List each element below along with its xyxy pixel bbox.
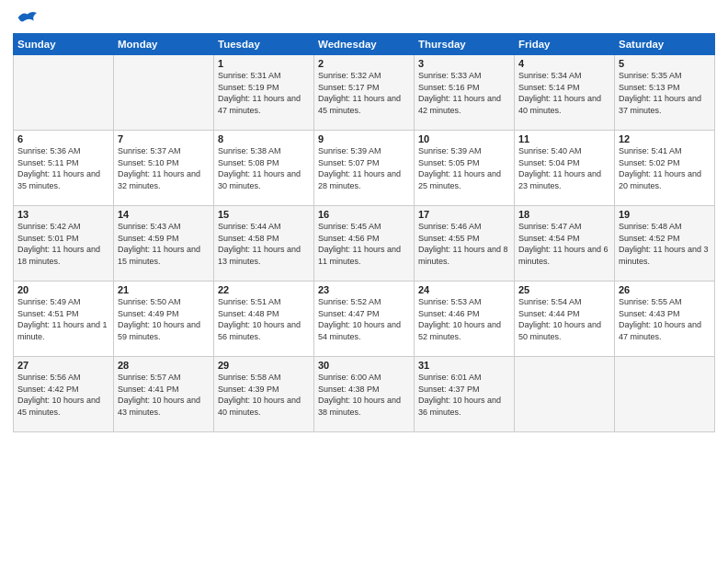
day-cell: 23Sunrise: 5:52 AM Sunset: 4:47 PM Dayli…	[314, 282, 415, 357]
day-info: Sunrise: 5:36 AM Sunset: 5:11 PM Dayligh…	[17, 145, 109, 191]
day-cell: 3Sunrise: 5:33 AM Sunset: 5:16 PM Daylig…	[415, 55, 515, 131]
day-info: Sunrise: 5:42 AM Sunset: 5:01 PM Dayligh…	[17, 221, 109, 267]
day-info: Sunrise: 5:38 AM Sunset: 5:08 PM Dayligh…	[218, 145, 310, 191]
day-info: Sunrise: 5:49 AM Sunset: 4:51 PM Dayligh…	[17, 296, 109, 342]
day-info: Sunrise: 5:45 AM Sunset: 4:56 PM Dayligh…	[318, 221, 410, 267]
day-number: 19	[619, 209, 711, 220]
day-cell: 7Sunrise: 5:37 AM Sunset: 5:10 PM Daylig…	[114, 131, 214, 206]
day-info: Sunrise: 5:33 AM Sunset: 5:16 PM Dayligh…	[418, 70, 510, 116]
day-number: 22	[218, 284, 310, 295]
header	[13, 9, 715, 26]
day-number: 29	[218, 360, 310, 371]
day-info: Sunrise: 5:39 AM Sunset: 5:05 PM Dayligh…	[418, 145, 510, 191]
day-cell: 2Sunrise: 5:32 AM Sunset: 5:17 PM Daylig…	[314, 55, 415, 131]
day-info: Sunrise: 5:56 AM Sunset: 4:42 PM Dayligh…	[17, 372, 109, 418]
day-cell: 29Sunrise: 5:58 AM Sunset: 4:39 PM Dayli…	[214, 357, 314, 432]
day-info: Sunrise: 5:37 AM Sunset: 5:10 PM Dayligh…	[118, 145, 210, 191]
day-number: 12	[619, 133, 711, 144]
header-cell-tuesday: Tuesday	[214, 34, 314, 55]
day-info: Sunrise: 6:00 AM Sunset: 4:38 PM Dayligh…	[318, 372, 410, 418]
day-info: Sunrise: 5:34 AM Sunset: 5:14 PM Dayligh…	[518, 70, 610, 116]
day-info: Sunrise: 5:32 AM Sunset: 5:17 PM Dayligh…	[318, 70, 410, 116]
day-info: Sunrise: 5:31 AM Sunset: 5:19 PM Dayligh…	[218, 70, 310, 116]
day-cell: 30Sunrise: 6:00 AM Sunset: 4:38 PM Dayli…	[314, 357, 415, 432]
week-row-2: 6Sunrise: 5:36 AM Sunset: 5:11 PM Daylig…	[14, 131, 715, 206]
day-info: Sunrise: 5:43 AM Sunset: 4:59 PM Dayligh…	[118, 221, 210, 267]
day-cell: 1Sunrise: 5:31 AM Sunset: 5:19 PM Daylig…	[214, 55, 314, 131]
day-number: 11	[518, 133, 610, 144]
day-number: 27	[17, 360, 109, 371]
day-number: 30	[318, 360, 410, 371]
week-row-1: 1Sunrise: 5:31 AM Sunset: 5:19 PM Daylig…	[14, 55, 715, 131]
logo	[13, 9, 37, 26]
week-row-4: 20Sunrise: 5:49 AM Sunset: 4:51 PM Dayli…	[14, 282, 715, 357]
day-number: 23	[318, 284, 410, 295]
day-info: Sunrise: 5:47 AM Sunset: 4:54 PM Dayligh…	[518, 221, 610, 267]
day-number: 15	[218, 209, 310, 220]
day-number: 4	[518, 58, 610, 69]
header-cell-thursday: Thursday	[415, 34, 515, 55]
day-number: 6	[17, 133, 109, 144]
day-info: Sunrise: 5:55 AM Sunset: 4:43 PM Dayligh…	[619, 296, 711, 342]
week-row-3: 13Sunrise: 5:42 AM Sunset: 5:01 PM Dayli…	[14, 206, 715, 282]
day-number: 13	[17, 209, 109, 220]
header-cell-friday: Friday	[515, 34, 615, 55]
day-number: 17	[418, 209, 510, 220]
header-cell-wednesday: Wednesday	[314, 34, 415, 55]
day-cell	[615, 357, 715, 432]
day-cell: 27Sunrise: 5:56 AM Sunset: 4:42 PM Dayli…	[14, 357, 114, 432]
day-number: 28	[118, 360, 210, 371]
day-info: Sunrise: 6:01 AM Sunset: 4:37 PM Dayligh…	[418, 372, 510, 418]
day-info: Sunrise: 5:46 AM Sunset: 4:55 PM Dayligh…	[418, 221, 510, 267]
day-cell: 31Sunrise: 6:01 AM Sunset: 4:37 PM Dayli…	[415, 357, 515, 432]
day-cell: 8Sunrise: 5:38 AM Sunset: 5:08 PM Daylig…	[214, 131, 314, 206]
header-cell-monday: Monday	[114, 34, 214, 55]
day-cell: 9Sunrise: 5:39 AM Sunset: 5:07 PM Daylig…	[314, 131, 415, 206]
day-cell: 13Sunrise: 5:42 AM Sunset: 5:01 PM Dayli…	[14, 206, 114, 282]
day-cell: 22Sunrise: 5:51 AM Sunset: 4:48 PM Dayli…	[214, 282, 314, 357]
day-number: 26	[619, 284, 711, 295]
day-number: 31	[418, 360, 510, 371]
day-info: Sunrise: 5:52 AM Sunset: 4:47 PM Dayligh…	[318, 296, 410, 342]
day-cell: 16Sunrise: 5:45 AM Sunset: 4:56 PM Dayli…	[314, 206, 415, 282]
day-cell: 24Sunrise: 5:53 AM Sunset: 4:46 PM Dayli…	[415, 282, 515, 357]
day-info: Sunrise: 5:57 AM Sunset: 4:41 PM Dayligh…	[118, 372, 210, 418]
day-cell: 25Sunrise: 5:54 AM Sunset: 4:44 PM Dayli…	[515, 282, 615, 357]
day-info: Sunrise: 5:41 AM Sunset: 5:02 PM Dayligh…	[619, 145, 711, 191]
calendar-container: SundayMondayTuesdayWednesdayThursdayFrid…	[0, 0, 728, 563]
day-cell: 6Sunrise: 5:36 AM Sunset: 5:11 PM Daylig…	[14, 131, 114, 206]
day-number: 21	[118, 284, 210, 295]
day-cell: 26Sunrise: 5:55 AM Sunset: 4:43 PM Dayli…	[615, 282, 715, 357]
day-number: 20	[17, 284, 109, 295]
day-info: Sunrise: 5:48 AM Sunset: 4:52 PM Dayligh…	[619, 221, 711, 267]
day-number: 3	[418, 58, 510, 69]
day-info: Sunrise: 5:39 AM Sunset: 5:07 PM Dayligh…	[318, 145, 410, 191]
day-cell: 11Sunrise: 5:40 AM Sunset: 5:04 PM Dayli…	[515, 131, 615, 206]
header-cell-sunday: Sunday	[14, 34, 114, 55]
day-number: 10	[418, 133, 510, 144]
day-number: 5	[619, 58, 711, 69]
calendar-table: SundayMondayTuesdayWednesdayThursdayFrid…	[13, 33, 715, 432]
header-cell-saturday: Saturday	[615, 34, 715, 55]
day-number: 7	[118, 133, 210, 144]
day-cell: 28Sunrise: 5:57 AM Sunset: 4:41 PM Dayli…	[114, 357, 214, 432]
day-cell: 21Sunrise: 5:50 AM Sunset: 4:49 PM Dayli…	[114, 282, 214, 357]
day-number: 24	[418, 284, 510, 295]
day-number: 8	[218, 133, 310, 144]
day-number: 14	[118, 209, 210, 220]
day-cell: 14Sunrise: 5:43 AM Sunset: 4:59 PM Dayli…	[114, 206, 214, 282]
day-info: Sunrise: 5:40 AM Sunset: 5:04 PM Dayligh…	[518, 145, 610, 191]
day-cell: 10Sunrise: 5:39 AM Sunset: 5:05 PM Dayli…	[415, 131, 515, 206]
day-number: 25	[518, 284, 610, 295]
day-cell: 17Sunrise: 5:46 AM Sunset: 4:55 PM Dayli…	[415, 206, 515, 282]
day-info: Sunrise: 5:35 AM Sunset: 5:13 PM Dayligh…	[619, 70, 711, 116]
day-cell: 5Sunrise: 5:35 AM Sunset: 5:13 PM Daylig…	[615, 55, 715, 131]
day-cell: 19Sunrise: 5:48 AM Sunset: 4:52 PM Dayli…	[615, 206, 715, 282]
day-number: 9	[318, 133, 410, 144]
day-number: 1	[218, 58, 310, 69]
day-cell: 15Sunrise: 5:44 AM Sunset: 4:58 PM Dayli…	[214, 206, 314, 282]
day-number: 18	[518, 209, 610, 220]
day-info: Sunrise: 5:50 AM Sunset: 4:49 PM Dayligh…	[118, 296, 210, 342]
day-number: 16	[318, 209, 410, 220]
logo-bird-icon	[17, 9, 37, 26]
